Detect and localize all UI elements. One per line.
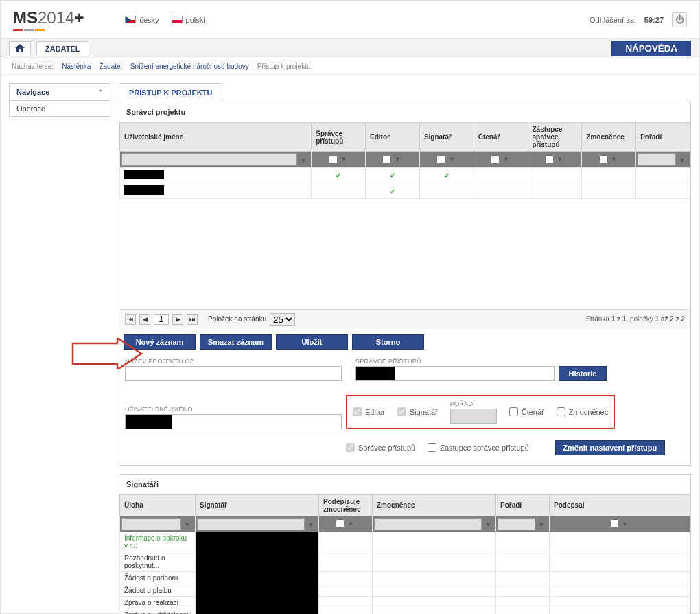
smazat-zaznam-button[interactable]: Smazat záznam [200,334,272,350]
lbl-zmocnenec: Zmoсněnec [569,408,608,416]
filter-icon[interactable]: ▼ [306,520,316,530]
col-uzivatel[interactable]: Uživatelské jméno [120,123,312,152]
filter-poradi[interactable] [638,153,676,166]
pager-page[interactable] [154,314,169,325]
table-row[interactable]: ✔ [120,183,690,199]
lbl-editor: Editor [365,408,385,416]
pager: ⏮ ◀ ▶ ⏭ Položek na stránku 25 Stránka 1 … [119,309,690,329]
edit-form: NÁZEV PROJEKTU CZ SPRÁVCE PŘÍSTUPŮ Histo… [119,355,690,437]
filter-zastupce[interactable] [545,155,554,164]
col-editor[interactable]: Editor [366,123,420,152]
pager-size[interactable]: 25 [270,313,295,326]
tab-pristup[interactable]: PŘÍSTUP K PROJEKTU [119,83,222,102]
col-poradi[interactable]: Pořadí [636,123,690,152]
filter-icon[interactable]: ▼ [677,156,687,166]
lbl-zastupce: Zástupce správce přístupů [440,444,529,452]
scol-poradi[interactable]: Pořadí [496,494,550,516]
filter-icon[interactable]: ▼ [483,520,493,530]
logo-pre: MS [13,8,38,27]
novy-zaznam-button[interactable]: Nový záznam [124,334,196,350]
crumb-nastenka[interactable]: Nástěnka [62,62,91,70]
lang-label-cz: česky [139,16,159,24]
home-button[interactable] [9,41,31,56]
input-poradi[interactable] [450,409,497,424]
spravce-row: Správce přístupů Zástupce správce přístu… [340,437,690,458]
input-nazev[interactable] [125,366,342,381]
sfilter-zmoc[interactable] [374,518,482,530]
logo: MS2014+ [13,8,125,31]
sidebar: Navigace ⌃ Operace [9,83,110,614]
pager-first[interactable]: ⏮ [125,314,136,325]
chk-ctenar[interactable] [509,407,518,416]
sidebar-title: Navigace [16,88,49,96]
field-spravce: SPRÁVCE PŘÍSTUPŮ Historie [355,358,607,381]
help-button[interactable]: NÁPOVÉDA [611,41,691,56]
sidebar-header[interactable]: Navigace ⌃ [9,83,110,101]
filter-icon[interactable]: ▼ [299,156,308,166]
pager-last[interactable]: ⏭ [187,314,198,325]
signatari-table: Úloha Signatář Podepisuje zmocněnec Zmoc… [119,494,690,615]
filter-icon[interactable]: ▼ [609,155,619,164]
spravci-title: Správci projektu [119,102,690,122]
filter-icon[interactable]: ▼ [447,155,456,164]
pager-next[interactable]: ▶ [172,314,183,325]
col-spravce[interactable]: Správce přístupů [312,123,366,152]
scol-podepsal[interactable]: Podepsal [550,494,690,516]
filter-icon[interactable]: ▼ [183,520,192,530]
chk-signatar[interactable] [397,407,406,416]
col-ctenar[interactable]: Čtenář [474,123,528,152]
ulozit-button[interactable]: Uložit [276,334,348,350]
col-zastupce[interactable]: Zástupce správce přístupů [528,123,582,152]
zadatel-button[interactable]: ŽADATEL [36,41,89,56]
sfilter-podepsal[interactable] [610,519,619,528]
sfilter-pod[interactable] [336,519,345,528]
zmenit-button[interactable]: Změnit nastavení přístupu [555,440,665,455]
pager-prev[interactable]: ◀ [139,314,150,325]
scol-signatar[interactable]: Signatář [196,494,319,516]
crumb-zadatel[interactable]: Žadatel [99,62,121,70]
filter-icon[interactable]: ▼ [393,155,402,164]
filter-uzivatel[interactable] [121,153,297,166]
filter-editor[interactable] [382,155,391,164]
filter-icon[interactable]: ▼ [555,155,565,164]
label-poradi: POŘADÍ [450,400,497,407]
chk-editor[interactable] [353,407,362,416]
redacted [356,367,395,380]
scol-uloha[interactable]: Úloha [120,494,196,516]
sfilter-uloha[interactable] [121,518,181,530]
chk-zmocnenec[interactable] [557,407,565,416]
power-button[interactable]: ⏻ [672,12,687,27]
table-row[interactable]: Informace o pokroku v r... [120,532,690,552]
chk-spravce[interactable] [346,443,355,452]
filter-icon[interactable]: ▼ [339,155,349,164]
lang-polski[interactable]: polski [172,16,205,24]
lbl-signatar: Signatář [410,408,438,416]
sfilter-signatar[interactable] [197,518,305,530]
label-nazev: NÁZEV PROJEKTU CZ [125,358,342,365]
filter-signatar[interactable] [436,155,445,164]
filter-icon[interactable]: ▼ [620,519,630,529]
scol-zmoc[interactable]: Zmocněnec [373,494,496,516]
filter-spravce[interactable] [329,155,338,164]
storno-button[interactable]: Storno [352,334,424,350]
crumb-projekt[interactable]: Snížení energetické náročností budovy [130,62,249,70]
filter-ctenar[interactable] [491,155,500,164]
per-page-label: Položek na stránku [208,315,266,323]
sidebar-item-operace[interactable]: Operace [9,101,110,117]
sfilter-poradi[interactable] [498,518,535,530]
filter-icon[interactable]: ▼ [501,155,511,164]
col-zmocnenec[interactable]: Zmocněnec [582,123,636,152]
col-signatar[interactable]: Signatář [419,123,474,152]
chk-zastupce[interactable] [428,443,436,452]
nav-bar: ŽADATEL NÁPOVÉDA [1,39,699,58]
home-icon [15,44,25,52]
filter-zmoc[interactable] [599,155,608,164]
logo-plus: + [74,8,84,27]
scol-podepisuje[interactable]: Podepisuje zmocněnec [319,494,373,516]
table-row[interactable]: ✔✔✔ [120,168,690,183]
filter-icon[interactable]: ▼ [537,520,546,530]
filter-icon[interactable]: ▼ [346,519,355,529]
historie-button[interactable]: Historie [559,366,607,381]
flag-pl-icon [172,16,183,23]
lang-cesky[interactable]: česky [125,16,159,24]
